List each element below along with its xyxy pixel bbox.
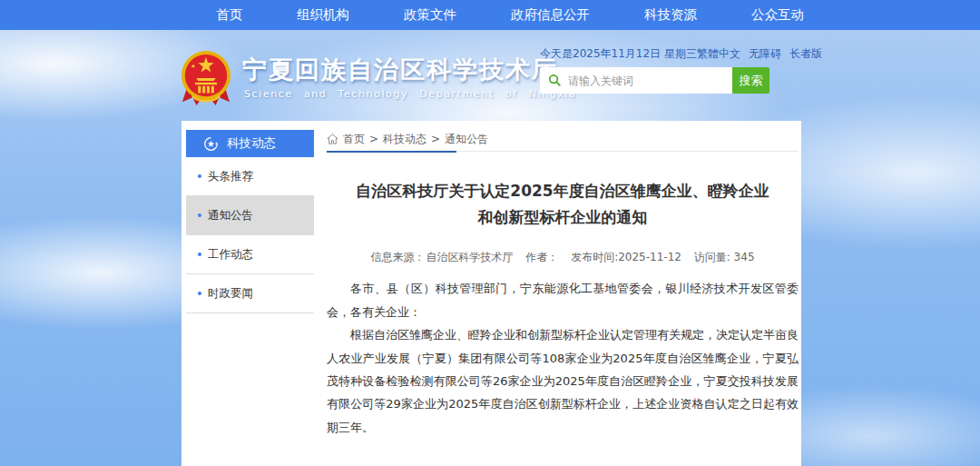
- sidebar-item-politics[interactable]: 时政要闻: [186, 274, 314, 313]
- breadcrumb: 首页 > 科技动态 > 通知公告: [327, 127, 799, 152]
- link-elder-version[interactable]: 长者版: [789, 46, 822, 62]
- nav-item-resources[interactable]: 科技资源: [644, 6, 697, 24]
- article-body: 各市、县（区）科技管理部门，宁东能源化工基地管委会，银川经济技术开发区管委会，各…: [327, 277, 799, 438]
- content-panel: 科技动态 头条推荐 通知公告 工作动态 时政要闻: [181, 121, 801, 466]
- nav-item-gov-info[interactable]: 政府信息公开: [511, 6, 590, 24]
- meta-author-label: 作者：: [525, 251, 558, 263]
- paragraph: 根据自治区雏鹰企业、瞪羚企业和创新型标杆企业认定管理有关规定，决定认定半亩良人农…: [327, 323, 799, 439]
- nav-item-policy[interactable]: 政策文件: [404, 6, 456, 24]
- today-date: 今天是2025年11月12日 星期三: [540, 46, 697, 62]
- search-bar: 搜索: [540, 67, 769, 94]
- breadcrumb-current[interactable]: 通知公告: [445, 132, 488, 147]
- search-icon: [548, 74, 562, 87]
- home-icon: [327, 134, 338, 144]
- sidebar-header: 科技动态: [186, 130, 314, 157]
- bullet-icon: [198, 213, 201, 217]
- nav-item-organization[interactable]: 组织机构: [297, 6, 349, 24]
- sidebar-item-label: 工作动态: [208, 247, 253, 263]
- bullet-icon: [198, 253, 201, 256]
- search-input[interactable]: [568, 74, 713, 87]
- topbar-right: 今天是2025年11月12日 星期三 繁體中文 无障碍 长者版: [540, 46, 796, 62]
- page: 首页 组织机构 政策文件 政府信息公开 科技资源 公众互动 宁夏回族自治区科学技…: [0, 0, 980, 466]
- sidebar-item-label: 通知公告: [208, 208, 253, 223]
- sidebar: 科技动态 头条推荐 通知公告 工作动态 时政要闻: [186, 130, 314, 313]
- nav-item-home[interactable]: 首页: [216, 6, 242, 24]
- meta-source-label: 信息来源：: [370, 251, 425, 263]
- paragraph: 各市、县（区）科技管理部门，宁东能源化工基地管委会，银川经济技术开发区管委会，各…: [327, 277, 799, 323]
- sidebar-item-notices[interactable]: 通知公告: [186, 196, 314, 235]
- article-title-line2: 和创新型标杆企业的通知: [327, 204, 799, 231]
- link-traditional-chinese[interactable]: 繁體中文: [697, 46, 740, 62]
- sidebar-item-work-news[interactable]: 工作动态: [186, 235, 314, 274]
- meta-source: 自治区科学技术厅: [426, 251, 513, 263]
- national-emblem-logo: [180, 49, 232, 109]
- article-meta: 信息来源：自治区科学技术厅 作者： 发布时间:2025-11-12 访问量: 3…: [327, 250, 799, 265]
- site-title: 宁夏回族自治区科学技术厅: [242, 54, 558, 86]
- sidebar-item-label: 头条推荐: [208, 169, 253, 184]
- article-area: 首页 > 科技动态 > 通知公告 自治区科技厅关于认定2025年度自治区雏鹰企业…: [327, 127, 799, 466]
- circled-star-icon: [203, 136, 219, 152]
- article-title: 自治区科技厅关于认定2025年度自治区雏鹰企业、瞪羚企业 和创新型标杆企业的通知: [327, 178, 799, 231]
- breadcrumb-separator: >: [369, 133, 378, 145]
- site-subtitle: Science and Technology Department of Nin…: [244, 88, 577, 100]
- search-button[interactable]: 搜索: [732, 67, 769, 94]
- top-navbar: 首页 组织机构 政策文件 政府信息公开 科技资源 公众互动: [0, 0, 980, 30]
- breadcrumb-home[interactable]: 首页: [343, 132, 365, 147]
- bullet-icon: [198, 174, 201, 178]
- breadcrumb-separator: >: [431, 133, 440, 145]
- bullet-icon: [198, 292, 201, 295]
- article-title-line1: 自治区科技厅关于认定2025年度自治区雏鹰企业、瞪羚企业: [327, 178, 799, 204]
- link-accessibility[interactable]: 无障碍: [749, 46, 781, 62]
- meta-views: 访问量: 345: [694, 251, 755, 263]
- nav-item-interaction[interactable]: 公众互动: [751, 6, 804, 24]
- meta-publish-time: 发布时间:2025-11-12: [571, 251, 681, 263]
- sidebar-title: 科技动态: [227, 135, 276, 152]
- sidebar-item-headlines[interactable]: 头条推荐: [186, 157, 314, 196]
- breadcrumb-section[interactable]: 科技动态: [383, 132, 426, 147]
- sidebar-item-label: 时政要闻: [208, 286, 253, 302]
